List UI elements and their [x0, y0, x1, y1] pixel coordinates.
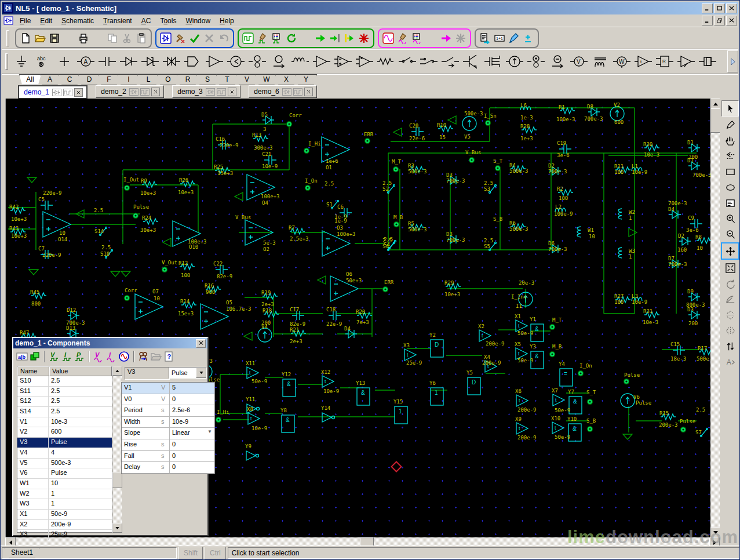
- toolbar-button[interactable]: [19, 31, 32, 45]
- palette-component-button[interactable]: [546, 51, 568, 72]
- toolbar-button[interactable]: [217, 31, 231, 45]
- component-row[interactable]: X3 25e-9: [17, 530, 112, 540]
- palette-component-button[interactable]: abc: [32, 51, 53, 72]
- side-tool-button[interactable]: [721, 242, 739, 260]
- toolbar-button[interactable]: [76, 31, 90, 45]
- palette-component-button[interactable]: W: [611, 51, 632, 72]
- components-list[interactable]: Name Value S10 2.5 S11 2.5 S1: [17, 366, 112, 533]
- component-row[interactable]: V5 500e-3: [17, 459, 112, 469]
- toolbar-button[interactable]: [48, 31, 61, 45]
- component-type-dropdown[interactable]: Pulse: [169, 367, 207, 379]
- side-tool-button[interactable]: [722, 117, 738, 132]
- palette-component-button[interactable]: [439, 51, 461, 72]
- component-row[interactable]: W3 1: [17, 499, 112, 510]
- dialog-toolbar-button[interactable]: [150, 350, 162, 363]
- maximize-button[interactable]: [714, 3, 725, 13]
- toolbar-button[interactable]: [410, 31, 424, 45]
- toolbar-button[interactable]: [454, 31, 468, 45]
- components-list-scrollbar[interactable]: [112, 366, 122, 533]
- letter-tab[interactable]: C: [59, 74, 81, 85]
- transient-tab-icon[interactable]: [63, 89, 72, 96]
- parameter-row[interactable]: Slope Linear ▼: [122, 428, 214, 439]
- palette-component-button[interactable]: [332, 51, 353, 72]
- dialog-toolbar-button[interactable]: I: [60, 350, 73, 363]
- toolbar-button[interactable]: [120, 31, 134, 45]
- toolbar-button[interactable]: [159, 31, 173, 45]
- parameter-value[interactable]: 10e-9: [172, 418, 188, 428]
- parameter-row[interactable]: V0 V 0 ▼: [122, 394, 214, 406]
- toolbar-button[interactable]: 1+1: [493, 31, 506, 45]
- component-row[interactable]: V1 10e-3: [17, 417, 112, 428]
- parameter-row[interactable]: Rise s 0 ▼: [122, 439, 214, 451]
- letter-tab[interactable]: F: [98, 74, 120, 85]
- toolbar-button[interactable]: [285, 31, 298, 45]
- toolbar-button[interactable]: [478, 31, 492, 45]
- palette-component-button[interactable]: [10, 51, 32, 72]
- toolbar-button[interactable]: [314, 31, 327, 45]
- list-scroll-thumb[interactable]: [112, 472, 122, 488]
- toolbar-button[interactable]: [381, 31, 395, 45]
- dialog-title-bar[interactable]: demo_1 - Components: [13, 338, 207, 348]
- document-tab[interactable]: demo_3: [172, 85, 240, 98]
- mdi-restore-button[interactable]: [714, 16, 725, 26]
- components-dialog[interactable]: demo_1 - Components a|b VIP VI ? Name Va…: [12, 337, 209, 536]
- dialog-toolbar-button[interactable]: a|b: [16, 350, 28, 363]
- palette-component-button[interactable]: [482, 51, 504, 72]
- toolbar-button[interactable]: [62, 31, 76, 45]
- dialog-toolbar-button[interactable]: I: [105, 350, 118, 363]
- sheet-tab[interactable]: Sheet1: [5, 548, 39, 558]
- toolbar-button[interactable]: [91, 31, 105, 45]
- palette-component-button[interactable]: [675, 51, 697, 72]
- letter-tab[interactable]: T: [216, 74, 238, 85]
- menu-item[interactable]: Transient: [99, 16, 137, 26]
- side-tool-button[interactable]: [722, 323, 738, 338]
- parameter-value[interactable]: 5: [172, 384, 176, 394]
- parameter-row[interactable]: Period s 2.5e-6 ▼: [122, 405, 214, 417]
- palette-component-button[interactable]: [396, 51, 418, 72]
- toolbar-button[interactable]: [241, 31, 255, 45]
- palette-component-button[interactable]: V: [568, 51, 589, 72]
- column-header-name[interactable]: Name: [17, 366, 49, 376]
- component-row[interactable]: X1 50e-9: [17, 510, 112, 520]
- document-tab[interactable]: demo_2: [96, 85, 164, 98]
- toolbar-button[interactable]: [507, 31, 521, 45]
- palette-component-button[interactable]: [96, 51, 118, 72]
- palette-component-button[interactable]: t: [632, 51, 654, 72]
- parameter-value[interactable]: 2.5e-6: [172, 406, 190, 416]
- dialog-toolbar-button[interactable]: P: [73, 350, 86, 363]
- palette-component-button[interactable]: [268, 51, 289, 72]
- toolbar-button[interactable]: [522, 31, 535, 45]
- parameter-value[interactable]: 0: [172, 395, 176, 405]
- component-row[interactable]: V6 Pulse: [17, 468, 112, 479]
- component-row[interactable]: S14 2.5: [17, 407, 112, 417]
- menu-item[interactable]: Help: [215, 16, 239, 26]
- toolbar-button[interactable]: [342, 31, 356, 45]
- parameter-dropdown-icon[interactable]: ▼: [207, 429, 212, 439]
- letter-tab[interactable]: R: [177, 74, 199, 85]
- component-row[interactable]: W1 10: [17, 479, 112, 489]
- palette-component-button[interactable]: [697, 51, 718, 72]
- component-row[interactable]: V2 600: [17, 427, 112, 438]
- palette-component-button[interactable]: [289, 51, 311, 72]
- parameter-row[interactable]: V1 V 5 ▼: [122, 383, 214, 394]
- parameter-value[interactable]: 0: [172, 463, 176, 473]
- palette-component-button[interactable]: [203, 51, 225, 72]
- parameter-value[interactable]: 0: [172, 452, 176, 462]
- side-tool-button[interactable]: [721, 100, 739, 117]
- letter-tab[interactable]: All: [19, 74, 41, 85]
- side-tool-button[interactable]: [722, 195, 738, 210]
- letter-tab[interactable]: I: [118, 74, 140, 85]
- close-tab-icon[interactable]: [228, 88, 236, 96]
- menu-item[interactable]: Schematic: [57, 16, 99, 26]
- mdi-minimize-button[interactable]: [702, 16, 713, 26]
- side-tool-button[interactable]: [722, 292, 738, 307]
- palette-component-button[interactable]: [311, 51, 332, 72]
- dialog-toolbar-button[interactable]: [118, 350, 130, 363]
- side-tool-button[interactable]: [722, 260, 738, 275]
- scroll-up-icon[interactable]: [112, 366, 122, 376]
- toolbar-button[interactable]: [202, 31, 216, 45]
- toolbar-button[interactable]: [425, 31, 439, 45]
- schematic-tab-icon[interactable]: [282, 88, 291, 96]
- side-tool-button[interactable]: [722, 276, 738, 291]
- component-row[interactable]: S12 2.5: [17, 397, 112, 407]
